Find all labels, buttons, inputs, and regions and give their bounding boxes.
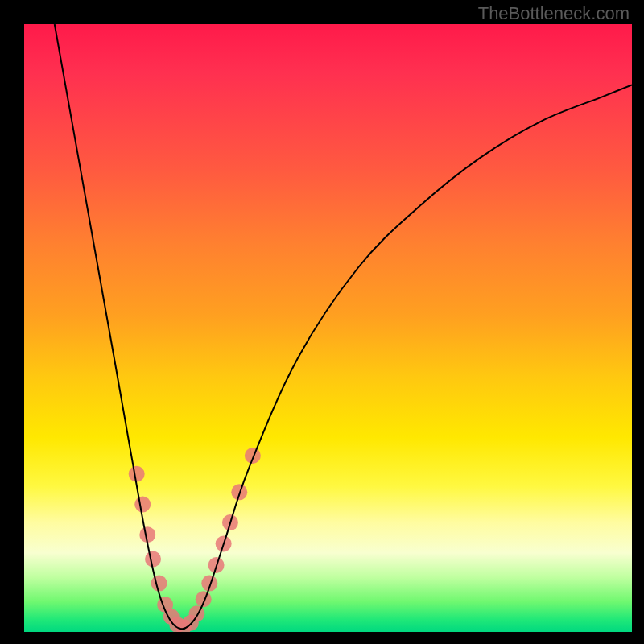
bottleneck-curve [55, 24, 632, 629]
data-marker [208, 557, 225, 573]
data-marker [145, 551, 161, 567]
markers-group [129, 448, 261, 632]
plot-area [24, 24, 632, 632]
data-marker [175, 619, 192, 632]
data-marker [245, 448, 261, 464]
data-marker [129, 466, 145, 482]
chart-container: TheBottleneck.com [0, 0, 644, 644]
data-marker [196, 591, 212, 607]
watermark-text: TheBottleneck.com [478, 3, 630, 24]
data-marker [134, 496, 151, 512]
data-marker [151, 576, 167, 592]
data-marker [163, 609, 180, 625]
data-marker [183, 615, 199, 631]
data-marker [157, 597, 173, 613]
data-marker [222, 514, 238, 530]
data-marker [188, 605, 204, 621]
data-marker [201, 576, 217, 592]
data-marker [231, 484, 247, 500]
data-marker [139, 526, 155, 543]
data-marker [169, 617, 185, 632]
chart-svg [24, 24, 632, 632]
data-marker [216, 536, 232, 552]
